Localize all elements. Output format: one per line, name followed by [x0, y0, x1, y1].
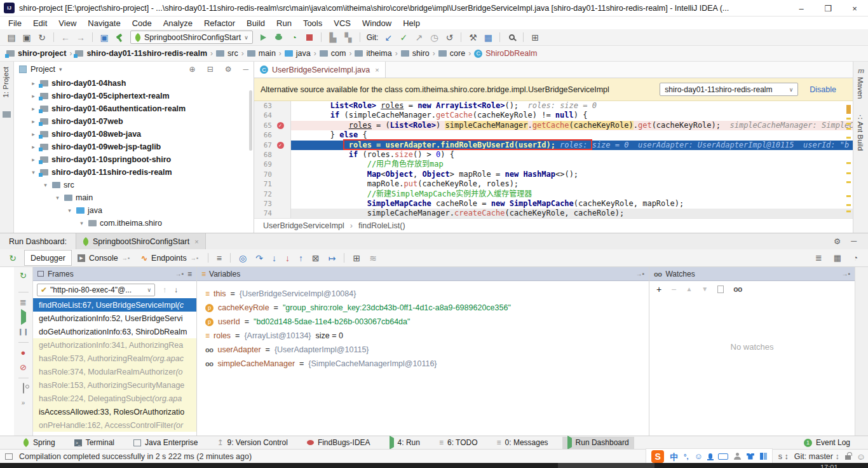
debug-icon[interactable] [273, 31, 285, 45]
step-over-icon[interactable]: ↷ [255, 253, 263, 263]
run-window-icon[interactable]: ▣ [98, 31, 111, 45]
editor-gutter[interactable]: 73 [254, 199, 291, 209]
save-icon[interactable]: ▣ [20, 31, 33, 45]
chevron-down-icon[interactable]: ▾ [42, 182, 49, 188]
frame-row[interactable]: hasRole:153, AuthorizingSecurityManage [33, 378, 196, 392]
show-execution-point-icon[interactable]: ◎ [239, 253, 247, 263]
emoji-icon[interactable]: ☺ [695, 451, 703, 461]
punctuation-icon[interactable]: °, [684, 453, 688, 460]
toolwindow-button-run-dashboard[interactable]: Run Dashboard [562, 437, 634, 449]
menu-tools[interactable]: Tools [297, 17, 328, 29]
tab-endpoints[interactable]: ∿Endpoints→▪ [135, 250, 204, 266]
frame-row[interactable]: hasRole:374, ModularRealmAuthorizer (o [33, 365, 196, 378]
chevron-right-icon[interactable]: ▸ [30, 106, 37, 112]
frame-row[interactable]: isAccessAllowed:33, RolesOrAuthorizatio [33, 405, 196, 418]
editor-gutter[interactable]: 63 [254, 101, 291, 111]
frame-row[interactable]: doGetAuthorizationInfo:63, ShiroDbRealm [33, 325, 196, 338]
encoding-widget-partial[interactable]: s ↕ [778, 452, 789, 461]
wrench-icon[interactable]: ⚒ [466, 31, 479, 45]
mute-breakpoints-icon[interactable]: ⊘ [20, 363, 27, 372]
rerun-program-icon[interactable]: ↻ [20, 272, 27, 280]
tree-item-shiro-day01-06authentication-realm[interactable]: ▸shiro-day01-06authentication-realm [14, 102, 254, 115]
settings-plus-icon[interactable]: ⊞ [529, 31, 541, 45]
force-step-into-icon[interactable]: ↓ [285, 253, 290, 263]
gear-icon[interactable]: ⚙ [225, 65, 232, 74]
sogou-logo-icon[interactable]: S [651, 450, 664, 463]
editor-gutter[interactable]: 65✓ [254, 121, 291, 130]
tree-item-shiro-day01-08web-java[interactable]: ▸shiro-day01-08web-java [14, 128, 254, 141]
run-dashboard-tab[interactable]: SpringbootShiroConfigStart × [76, 233, 206, 249]
hector-inspector-icon[interactable]: ☺ [857, 451, 865, 462]
editor-gutter[interactable]: 72 [254, 189, 291, 199]
chevron-right-icon[interactable]: ▸ [30, 80, 37, 86]
chevron-down-icon[interactable]: ▾ [30, 169, 37, 176]
toolwindow-button-java-enterprise[interactable]: Java Enterprise [128, 437, 203, 449]
breadcrumb-item-main[interactable]: main [247, 49, 276, 58]
run-to-cursor-icon[interactable]: ↦ [329, 253, 336, 263]
toolwindow-button-terminal[interactable]: >_Terminal [69, 437, 119, 449]
breakpoint-slot[interactable]: ✓ [272, 142, 288, 149]
menu-build[interactable]: Build [241, 17, 271, 29]
editor-gutter[interactable]: 70 [254, 170, 291, 179]
menu-help[interactable]: Help [397, 17, 426, 29]
editor-gutter[interactable]: 67✓ [254, 141, 291, 150]
locate-icon[interactable]: ⊕ [189, 65, 196, 74]
toolwindow-toggle-icon[interactable] [5, 453, 13, 460]
hide-panel-icon[interactable]: ─ [243, 65, 248, 74]
frames-tree-icon[interactable]: ≣ [20, 298, 27, 307]
rerun-icon[interactable]: ↻ [6, 251, 19, 265]
tree-item-shiro-day01-05ciphertext-realm[interactable]: ▸shiro-day01-05ciphertext-realm [14, 90, 254, 102]
event-log-button[interactable]: 1 Event Log [804, 438, 850, 447]
tree-item-shiro-day01-04hash[interactable]: ▸shiro-day01-04hash [14, 77, 254, 90]
float-panel-icon[interactable]: →▪ [841, 270, 850, 277]
toolwindow-button-4-run[interactable]: 4: Run [384, 437, 425, 449]
forward-icon[interactable]: → [74, 31, 87, 45]
frame-row[interactable]: getAuthorizationInfo:341, AuthorizingRea [33, 338, 196, 352]
toolwindow-button-findbugs-idea[interactable]: FindBugs-IDEA [302, 437, 376, 449]
variable-row-roles[interactable]: ≡roles={ArrayList@10134}size = 0 [197, 329, 649, 343]
chevron-down-icon[interactable]: ▾ [78, 220, 85, 226]
breadcrumb-item-src[interactable]: src [216, 49, 238, 58]
tree-item-shiro-day01-07web[interactable]: ▸shiro-day01-07web [14, 115, 254, 128]
run-icon[interactable] [257, 31, 270, 45]
breadcrumb-item-shiro-day01-11shiro-redis-realm[interactable]: shiro-day01-11shiro-redis-realm [75, 49, 207, 58]
skin-icon[interactable] [747, 453, 754, 460]
code-area[interactable]: 63List<Role> roles = new ArrayList<Role>… [254, 101, 853, 218]
sync-icon[interactable]: ↻ [36, 31, 48, 45]
taskbar-active-app[interactable] [558, 463, 654, 468]
breadcrumb-item-com[interactable]: com [320, 49, 346, 58]
float-panel-icon[interactable]: →▪ [635, 270, 644, 277]
variable-row-userId[interactable]: puserId="bd02d148-5dae-11e4-b26b-003067c… [197, 315, 649, 329]
threads-menu-icon[interactable]: ≡ [217, 253, 222, 263]
git-branch-widget[interactable]: Git: master ↕ [794, 452, 839, 461]
frame-row[interactable]: hasRole:224, DelegatingSubject (org.apa [33, 392, 196, 405]
menu-analyze[interactable]: Analyze [158, 17, 198, 29]
coverage-icon[interactable]: ◔ [288, 31, 301, 45]
menu-edit[interactable]: Edit [27, 17, 53, 29]
drop-frame-icon[interactable]: ⊠ [312, 253, 320, 263]
step-out-icon[interactable]: ↑ [299, 253, 303, 263]
view-breakpoints-icon[interactable]: ● [21, 348, 26, 357]
close-icon[interactable]: × [194, 238, 198, 245]
frame-down-icon[interactable]: ↓ [174, 286, 178, 294]
input-mode-icon[interactable]: 中 [670, 450, 678, 462]
disable-link[interactable]: Disable [810, 85, 836, 94]
breadcrumb-item-core[interactable]: core [438, 49, 465, 58]
debug-scrollbar-gutter[interactable] [855, 267, 868, 436]
thread-dropdown[interactable]: ✔ "http-nio-80-exec-4"@... ∨ [37, 284, 155, 296]
project-structure-icon[interactable]: ▦ [482, 31, 494, 45]
git-update-icon[interactable]: ↙ [382, 31, 395, 45]
tree-item-java[interactable]: ▾java [14, 204, 254, 217]
menu-file[interactable]: File [3, 17, 27, 29]
close-button[interactable]: × [841, 0, 868, 17]
threads-view-icon[interactable]: ≣ [815, 253, 822, 263]
menu-navigate[interactable]: Navigate [82, 17, 126, 29]
tree-item-shiro-day01-10springboot-shiro[interactable]: ▸shiro-day01-10springboot-shiro [14, 153, 254, 166]
editor-gutter[interactable]: 74 [254, 209, 291, 218]
tree-item-shiro-day01-11shiro-redis-realm[interactable]: ▾shiro-day01-11shiro-redis-realm [14, 166, 254, 179]
collapse-all-icon[interactable]: ⊟ [207, 65, 214, 74]
tree-item-shiro-day01-09web-jsp-taglib[interactable]: ▸shiro-day01-09web-jsp-taglib [14, 141, 254, 153]
chevron-down-icon[interactable]: ▾ [54, 195, 61, 201]
tab-console[interactable]: ▶Console→▪ [72, 250, 135, 266]
editor-gutter[interactable]: 68 [254, 150, 291, 160]
